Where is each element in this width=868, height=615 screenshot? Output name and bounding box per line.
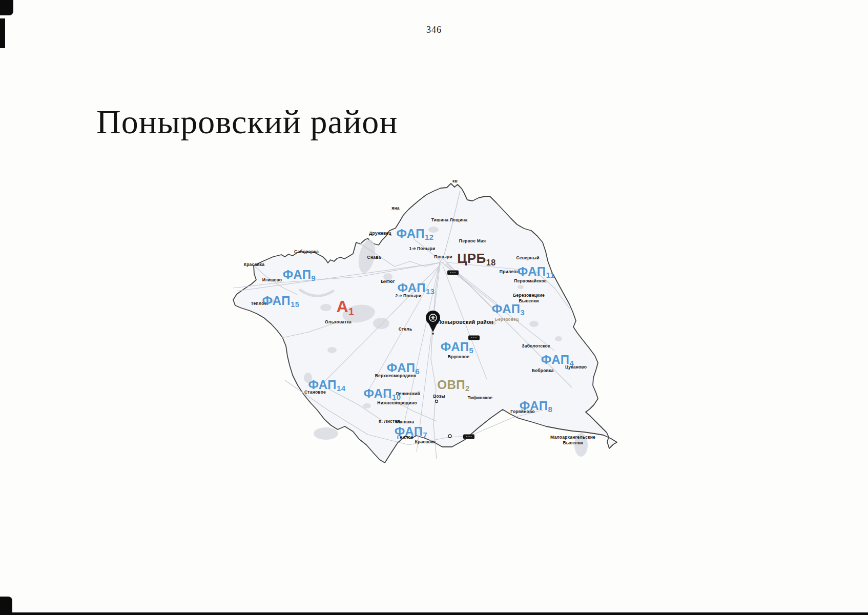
settlement-label: Тишина Лощина: [431, 217, 468, 223]
facility-label-фап4: ФАП4: [541, 354, 574, 366]
settlement-label: Северный: [516, 255, 539, 261]
facility-label-index: 5: [469, 346, 473, 355]
facility-label-base: ФАП: [283, 268, 312, 281]
settlement-label: Игишево: [262, 277, 282, 283]
facility-label-фап9: ФАП9: [283, 269, 316, 281]
settlement-label: Дружевец: [369, 231, 391, 236]
facility-label-index: 11: [546, 271, 554, 279]
facility-label-base: ЦРБ: [457, 251, 486, 266]
district-name-label: Поныровский район: [437, 319, 493, 325]
settlement-label: Ольховатка: [325, 319, 352, 325]
facility-label-index: 9: [311, 274, 316, 282]
facility-label-index: 12: [425, 233, 434, 241]
facility-label-а1: А1: [336, 298, 354, 315]
settlement-label: Тифинское: [468, 395, 492, 401]
facility-label-base: ФАП: [363, 386, 392, 400]
scan-artifact-left-bar: [0, 18, 5, 48]
facility-label-index: 6: [415, 367, 420, 376]
settlement-label: Саборовка: [294, 249, 319, 255]
facility-label-фап7: ФАП7: [395, 425, 427, 438]
facility-label-фап8: ФАП8: [520, 400, 552, 412]
facility-label-base: ФАП: [395, 424, 423, 438]
facility-label-base: ФАП: [387, 361, 416, 375]
scanned-document-page: 346 Поныровский район квянаТишина Лощина…: [0, 0, 868, 615]
settlement-label: Берёзовец: [495, 317, 519, 322]
settlement-label: Битюг: [381, 279, 395, 284]
facility-label-base: ФАП: [441, 340, 469, 354]
facility-label-фап5: ФАП5: [441, 341, 473, 353]
settlement-label: Стель: [399, 326, 412, 332]
facility-label-base: А: [336, 297, 348, 316]
facility-label-фап15: ФАП15: [262, 295, 299, 307]
facility-label-base: ФАП: [492, 302, 521, 316]
facility-label-base: ФАП: [541, 353, 570, 366]
settlement-label: Возы: [433, 394, 445, 399]
scan-artifact-top-left: [0, 0, 13, 15]
settlement-label: Снава: [367, 255, 381, 260]
facility-label-фап13: ФАП13: [397, 282, 435, 294]
facility-label-index: 10: [392, 393, 401, 401]
facility-label-index: 7: [423, 431, 427, 439]
settlement-label: Брусовое: [448, 354, 469, 360]
scan-artifact-bottom-edge: [0, 612, 868, 615]
settlement-label: Красавка: [244, 262, 264, 268]
facility-label-base: ФАП: [397, 281, 426, 295]
facility-label-base: ОВП: [437, 378, 465, 392]
facility-label-index: 4: [569, 359, 574, 367]
facility-label-index: 2: [465, 384, 470, 393]
settlement-label: Первомайское: [514, 278, 547, 284]
facility-label-фап6: ФАП6: [387, 362, 420, 374]
settlement-label: кв: [452, 178, 458, 184]
settlement-label: Бобровка: [532, 368, 554, 374]
settlement-label: Заболотское: [522, 343, 550, 349]
map-labels-layer: квянаТишина ЛощинаДружевецПервое Мая1-е …: [0, 0, 868, 615]
facility-label-црб18: ЦРБ18: [457, 252, 495, 265]
facility-label-base: ФАП: [518, 264, 546, 278]
settlement-label: яна: [391, 206, 399, 211]
facility-label-index: 18: [486, 258, 496, 267]
facility-label-index: 14: [337, 384, 346, 393]
facility-label-base: ФАП: [520, 399, 548, 413]
district-map: квянаТишина ЛощинаДружевецПервое Мая1-е …: [0, 0, 868, 615]
facility-label-base: ФАП: [308, 378, 337, 392]
facility-label-index: 13: [426, 288, 435, 296]
facility-label-фап11: ФАП11: [518, 265, 554, 278]
settlement-label: Хановка: [396, 419, 414, 425]
settlement-label: Красавка: [415, 439, 436, 445]
facility-label-index: 1: [348, 306, 355, 317]
facility-label-index: 15: [291, 300, 300, 309]
facility-label-фап12: ФАП12: [396, 228, 433, 240]
settlement-label: 1-е Поныри: [409, 246, 436, 252]
facility-label-фап14: ФАП14: [308, 379, 345, 391]
facility-label-index: 3: [520, 309, 525, 317]
facility-label-фап3: ФАП3: [492, 303, 525, 315]
settlement-label: Поныри: [434, 254, 452, 260]
facility-label-base: ФАП: [262, 294, 291, 308]
facility-label-index: 8: [548, 405, 552, 414]
settlement-label: Первое Мая: [459, 238, 486, 244]
facility-label-фап10: ФАП10: [363, 387, 401, 400]
settlement-label: Малоархангельские Выселки: [550, 435, 595, 445]
facility-label-base: ФАП: [396, 227, 425, 240]
facility-label-овп2: ОВП2: [437, 379, 470, 391]
